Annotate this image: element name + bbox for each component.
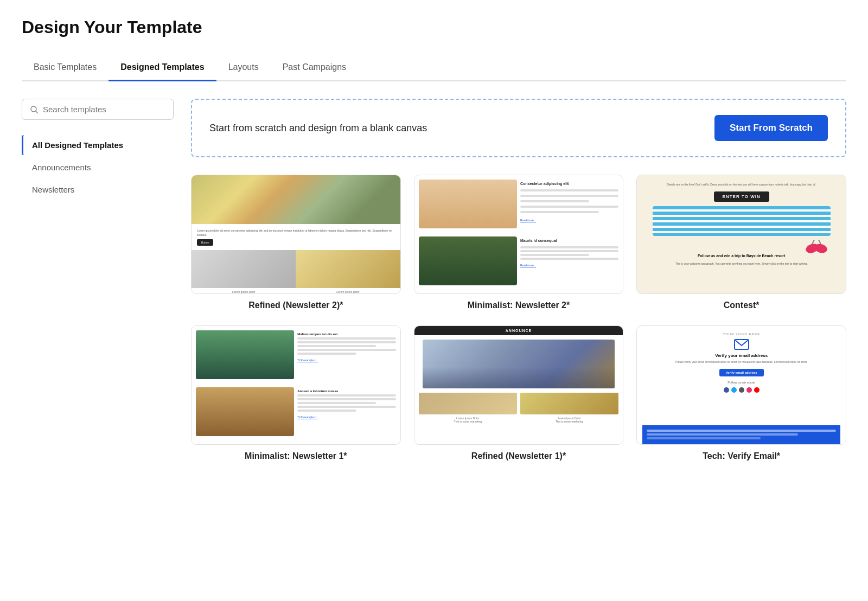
sidebar-nav: All Designed Templates Announcements New… bbox=[22, 135, 174, 200]
svg-line-1 bbox=[36, 111, 38, 113]
main-content: All Designed Templates Announcements New… bbox=[22, 99, 846, 461]
tab-basic-templates[interactable]: Basic Templates bbox=[22, 55, 108, 81]
template-label-techverify: Tech: Verify Email* bbox=[703, 451, 780, 461]
template-thumb-contest: Details are on the flyer! Don't sell it.… bbox=[636, 175, 846, 294]
search-box[interactable] bbox=[22, 99, 174, 120]
svg-line-4 bbox=[812, 240, 814, 244]
sidebar-item-announcements[interactable]: Announcements bbox=[22, 157, 174, 177]
content-area: Start from scratch and design from a bla… bbox=[191, 99, 846, 461]
template-card-contest[interactable]: Details are on the flyer! Don't sell it.… bbox=[636, 175, 846, 310]
tab-past-campaigns[interactable]: Past Campaigns bbox=[271, 55, 358, 81]
template-label-minimalist2: Minimalist: Newsletter 2* bbox=[468, 300, 570, 310]
tabs-bar: Basic Templates Designed Templates Layou… bbox=[22, 55, 846, 81]
template-thumb-minimalist1: Maliam tempus iaculis est TLR.example.c.… bbox=[191, 325, 401, 445]
page-container: Design Your Template Basic Templates Des… bbox=[0, 0, 868, 601]
tab-layouts[interactable]: Layouts bbox=[216, 55, 271, 81]
tab-designed-templates[interactable]: Designed Templates bbox=[108, 55, 216, 81]
template-thumb-techverify: YOUR LOGO HERE Verify your email address… bbox=[636, 325, 846, 445]
template-card-refined1[interactable]: ANNOUNCE Lorem Ipsum DolorThis is some m… bbox=[414, 325, 624, 461]
scratch-banner: Start from scratch and design from a bla… bbox=[191, 99, 846, 157]
template-label-refined2: Refined (Newsletter 2)* bbox=[248, 300, 343, 310]
page-title: Design Your Template bbox=[22, 17, 846, 37]
scratch-banner-text: Start from scratch and design from a bla… bbox=[209, 123, 427, 134]
email-icon bbox=[735, 340, 748, 349]
start-from-scratch-button[interactable]: Start From Scratch bbox=[714, 115, 828, 141]
template-card-techverify[interactable]: YOUR LOGO HERE Verify your email address… bbox=[636, 325, 846, 461]
template-thumb-refined1: ANNOUNCE Lorem Ipsum DolorThis is some m… bbox=[414, 325, 624, 445]
sidebar-item-all[interactable]: All Designed Templates bbox=[22, 135, 174, 155]
template-thumb-minimalist2: Consectetur adipiscing elit Read more... bbox=[414, 175, 624, 294]
templates-grid: Lorem ipsum dolor sit amet, consectetur … bbox=[191, 175, 846, 461]
sidebar: All Designed Templates Announcements New… bbox=[22, 99, 174, 461]
sidebar-item-newsletters[interactable]: Newsletters bbox=[22, 180, 174, 200]
template-label-refined1: Refined (Newsletter 1)* bbox=[471, 451, 566, 461]
search-icon bbox=[30, 105, 39, 114]
template-label-minimalist1: Minimalist: Newsletter 1* bbox=[245, 451, 347, 461]
template-card-minimalist2[interactable]: Consectetur adipiscing elit Read more... bbox=[414, 175, 624, 310]
template-label-contest: Contest* bbox=[724, 300, 760, 310]
template-card-refined2[interactable]: Lorem ipsum dolor sit amet, consectetur … bbox=[191, 175, 401, 310]
svg-line-5 bbox=[819, 240, 821, 244]
flip-flops-icon bbox=[805, 233, 828, 255]
template-card-minimalist1[interactable]: Maliam tempus iaculis est TLR.example.c.… bbox=[191, 325, 401, 461]
search-input[interactable] bbox=[43, 105, 165, 114]
template-thumb-refined2: Lorem ipsum dolor sit amet, consectetur … bbox=[191, 175, 401, 294]
